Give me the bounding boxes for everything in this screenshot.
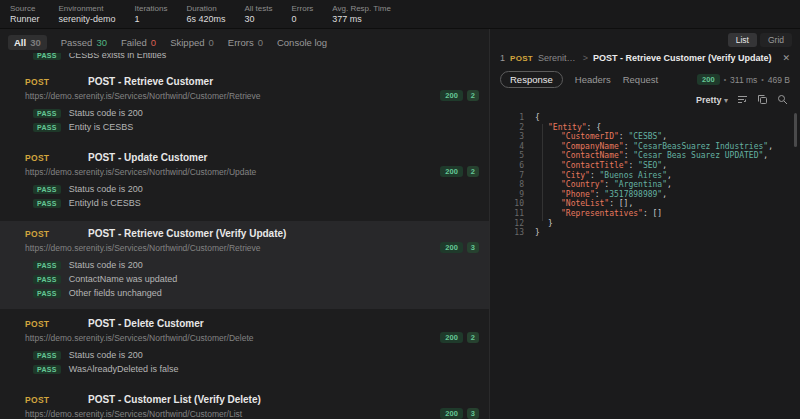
- request-url: https://demo.serenity.is/Services/Northw…: [25, 333, 254, 343]
- test-title-row: POSTPOST - Update Customer: [25, 152, 479, 163]
- postman-runner-results-window: SourceRunnerEnvironmentserenity-demoIter…: [0, 0, 800, 419]
- run-stat: Duration6s 420ms: [186, 4, 225, 25]
- test-result-item[interactable]: POSTPOST - Update Customerhttps://demo.s…: [0, 145, 489, 219]
- search-icon[interactable]: [777, 94, 788, 105]
- response-body-editor[interactable]: 1{2"Entity": {3"CustomerID": "CESBS",4"C…: [490, 109, 800, 419]
- pass-badge: PASS: [33, 351, 61, 360]
- tab-response[interactable]: Response: [500, 71, 563, 88]
- json-key: "Phone": [561, 190, 595, 199]
- line-number: 11: [498, 209, 524, 219]
- iteration-number: 1: [500, 53, 505, 63]
- test-url-row: https://demo.serenity.is/Services/Northw…: [25, 408, 479, 419]
- json-string: "Buenos Aires": [600, 171, 667, 180]
- code-content: "ContactTitle": "SEO",: [535, 161, 667, 171]
- json-key: "CustomerID": [561, 132, 619, 141]
- json-punct: ,: [667, 171, 672, 180]
- request-url: https://demo.serenity.is/Services/Northw…: [25, 91, 261, 101]
- json-string: "CESBS": [628, 132, 662, 141]
- json-punct: }: [535, 228, 540, 237]
- json-key: "Country": [561, 180, 604, 189]
- filter-failed[interactable]: Failed0: [121, 37, 156, 48]
- test-name: POST - Customer List (Verify Delete): [88, 394, 261, 405]
- code-scrollbar[interactable]: [794, 113, 797, 147]
- wrap-text-icon[interactable]: [737, 94, 748, 105]
- view-toggle: List Grid: [490, 29, 800, 49]
- json-string: "Argentina": [614, 180, 667, 189]
- stat-value: serenity-demo: [59, 14, 116, 25]
- test-result-item[interactable]: POSTPOST - Delete Customerhttps://demo.s…: [0, 311, 489, 385]
- run-stat: Errors0: [292, 4, 314, 25]
- format-select[interactable]: Pretty ▾: [696, 95, 728, 105]
- json-string: "Cesar Beas Suarez UPDATED": [633, 151, 763, 160]
- close-icon[interactable]: ✕: [776, 53, 790, 63]
- tab-headers[interactable]: Headers: [575, 72, 611, 87]
- test-badges: 2002: [440, 332, 479, 343]
- test-badges: 2003: [440, 408, 479, 419]
- detail-panel: List Grid 1 POST Serenity Demo - Auth + …: [490, 29, 800, 419]
- json-punct: :: [595, 190, 605, 199]
- assertion-row: PASSEntityId is CESBS: [33, 198, 479, 208]
- copy-icon[interactable]: [757, 94, 768, 105]
- code-content: "Representatives": []: [535, 209, 662, 219]
- assertion-text: CESBS exists in Entities: [69, 53, 167, 60]
- line-number: 3: [498, 132, 524, 142]
- pass-badge: PASS: [33, 199, 61, 208]
- json-punct: :: [619, 132, 629, 141]
- assertion-text: Status code is 200: [69, 260, 143, 270]
- stat-label: Duration: [186, 4, 225, 14]
- filter-count: 0: [258, 37, 263, 48]
- assertions-group: PASSStatus code is 200PASSWasAlreadyDele…: [25, 350, 479, 374]
- line-number: 5: [498, 151, 524, 161]
- pass-badge: PASS: [33, 365, 61, 374]
- assertion-text: ContactName was updated: [69, 274, 178, 284]
- code-content: "CustomerID": "CESBS",: [535, 132, 667, 142]
- assertion-count-badge: 2: [467, 90, 479, 101]
- filter-console-log[interactable]: Console log: [277, 37, 327, 48]
- breadcrumb-path[interactable]: Serenity Demo - Auth + Customer API Flow: [538, 53, 578, 63]
- stat-value: Runner: [10, 14, 40, 25]
- run-stat: Environmentserenity-demo: [59, 4, 116, 25]
- code-line: 3"CustomerID": "CESBS",: [498, 132, 800, 142]
- assertion-count-badge: 3: [467, 242, 479, 253]
- filter-passed[interactable]: Passed30: [61, 37, 107, 48]
- line-number: 6: [498, 161, 524, 171]
- request-url: https://demo.serenity.is/Services/Northw…: [25, 167, 256, 177]
- assertion-count-badge: 2: [467, 332, 479, 343]
- tab-request[interactable]: Request: [623, 72, 658, 87]
- filter-errors[interactable]: Errors0: [228, 37, 263, 48]
- pass-badge: PASS: [33, 275, 61, 284]
- request-method-label: POST: [25, 229, 88, 239]
- assertion-row: PASSEntity is CESBS: [33, 122, 479, 132]
- test-url-row: https://demo.serenity.is/Services/Northw…: [25, 166, 479, 177]
- test-result-item[interactable]: POSTPOST - Retrieve Customer (Verify Upd…: [0, 221, 489, 309]
- test-badges: 2003: [440, 242, 479, 253]
- code-line: 9"Phone": "3517898989",: [498, 190, 800, 200]
- response-time: 311 ms: [730, 75, 757, 85]
- filter-all[interactable]: All30: [8, 35, 47, 50]
- request-url: https://demo.serenity.is/Services/Northw…: [25, 409, 242, 419]
- assertion-text: EntityId is CESBS: [69, 198, 141, 208]
- assertion-row: PASSWasAlreadyDeleted is false: [33, 364, 479, 374]
- test-name: POST - Delete Customer: [88, 318, 204, 329]
- json-punct: ,: [662, 190, 667, 199]
- code-content: }: [535, 219, 553, 229]
- list-view-button[interactable]: List: [728, 33, 757, 47]
- test-result-item[interactable]: POSTPOST - Retrieve Customerhttps://demo…: [0, 69, 489, 143]
- test-name: POST - Retrieve Customer (Verify Update): [88, 228, 286, 239]
- json-punct: :: [624, 151, 634, 160]
- json-punct: {: [535, 113, 540, 122]
- run-stat: All tests30: [245, 4, 273, 25]
- json-punct: :: [624, 142, 634, 151]
- stat-value: 377 ms: [332, 14, 391, 25]
- grid-view-button[interactable]: Grid: [760, 33, 792, 47]
- run-stats: SourceRunnerEnvironmentserenity-demoIter…: [10, 4, 410, 25]
- code-line: 1{: [498, 113, 800, 123]
- stat-label: Avg. Resp. Time: [332, 4, 391, 14]
- test-result-item[interactable]: POSTPOST - Customer List (Verify Delete)…: [0, 387, 489, 419]
- assertion-text: WasAlreadyDeleted is false: [69, 364, 179, 374]
- stat-value: 30: [245, 14, 273, 25]
- filter-skipped[interactable]: Skipped0: [170, 37, 214, 48]
- json-string: "3517898989": [604, 190, 662, 199]
- code-line: 2"Entity": {: [498, 123, 800, 133]
- assertions-group: PASSStatus code is 200PASSContactName wa…: [25, 260, 479, 298]
